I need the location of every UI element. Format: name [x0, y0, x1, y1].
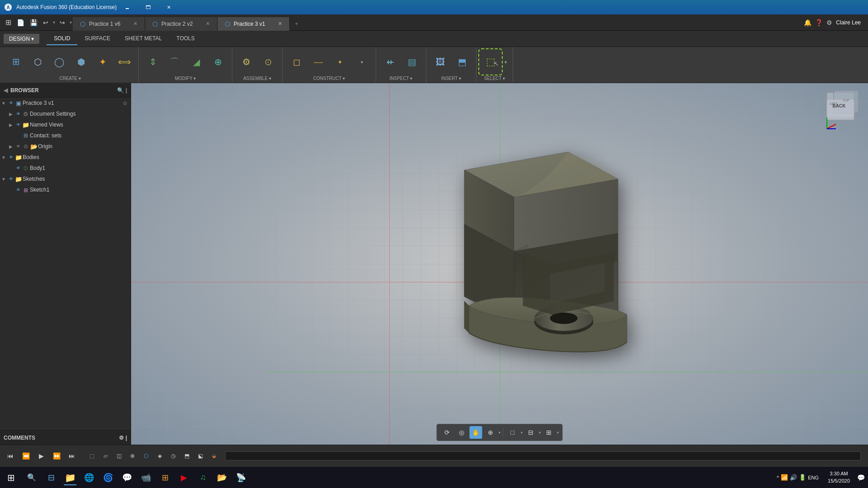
browser-search-icon[interactable]: 🔍: [117, 87, 124, 94]
snap-button[interactable]: ⊞: [542, 426, 555, 439]
bodies-expand-icon[interactable]: ▼: [0, 155, 7, 160]
named-views-vis-icon[interactable]: 👁: [14, 122, 22, 127]
notification-center-button[interactable]: 💬: [854, 467, 868, 488]
anim-tool-2[interactable]: ▱: [99, 450, 111, 462]
tree-item-contact-sets[interactable]: ▶ 👁 ⊞ Contact: sets: [0, 130, 131, 141]
close-button[interactable]: ✕: [158, 0, 179, 14]
tree-item-doc-settings[interactable]: ▶ 👁 ⚙ Document Settings: [0, 108, 131, 119]
tab-practice3[interactable]: ⬡ Practice 3 v1 ✕: [217, 17, 290, 31]
tray-battery-icon[interactable]: 🔋: [799, 474, 806, 481]
viewport[interactable]: BACK TOP LEFT ⟳ ◎ ✋ ⊕ ▾ □ ▾ ⊟ ▾ ⊞ ▾: [131, 83, 868, 445]
doc-settings-vis-icon[interactable]: 👁: [14, 112, 22, 116]
tree-item-origin[interactable]: ▶ 👁 ⊙ 📂 Origin: [0, 141, 131, 152]
minimize-button[interactable]: 🗕: [117, 0, 137, 14]
design-dropdown-button[interactable]: DESIGN ▾: [4, 34, 39, 44]
save-icon[interactable]: 💾: [28, 17, 39, 28]
assemble-group-label[interactable]: ASSEMBLE: [243, 76, 271, 81]
taskbar-task-view[interactable]: ⊟: [42, 468, 61, 487]
inspect-section-button[interactable]: ▤: [401, 50, 422, 74]
taskbar-app-folder[interactable]: 📂: [212, 468, 231, 487]
tree-item-body1[interactable]: ▶ 👁 ⬡ Body1: [0, 163, 131, 174]
modify-group-label[interactable]: MODIFY: [175, 76, 196, 81]
taskbar-app-zoom[interactable]: 📹: [137, 468, 156, 487]
create-more-button[interactable]: ✦: [92, 50, 113, 74]
grid-icon[interactable]: ⊞: [4, 16, 13, 28]
comments-expand-icon[interactable]: |: [126, 435, 127, 441]
tab-sheet-metal[interactable]: SHEET METAL: [118, 33, 169, 45]
select-box-button[interactable]: ⬚ ↖: [480, 50, 501, 74]
root-settings-icon[interactable]: ⊙: [123, 100, 127, 106]
anim-next-button[interactable]: ⏩: [50, 449, 63, 463]
user-name[interactable]: Claire Lee: [836, 19, 861, 26]
create-mirror-button[interactable]: ⟺: [114, 50, 135, 74]
display-mode-button[interactable]: □: [506, 426, 519, 439]
anim-tool-8[interactable]: ⬒: [181, 450, 193, 462]
doc-settings-expand-icon[interactable]: ▶: [7, 112, 14, 117]
tree-item-bodies[interactable]: ▼ 👁 📁 Bodies: [0, 152, 131, 163]
sidebar-collapse-button[interactable]: ◀: [4, 87, 8, 94]
restore-button[interactable]: 🗖: [137, 0, 158, 14]
construct-caret-button[interactable]: ▾: [351, 50, 372, 74]
construct-axis-button[interactable]: —: [308, 50, 329, 74]
body1-vis-icon[interactable]: 👁: [14, 166, 22, 170]
create-sweep-button[interactable]: ◯: [49, 50, 70, 74]
tab-solid[interactable]: SOLID: [47, 33, 77, 45]
pan-button[interactable]: ✋: [470, 426, 482, 439]
snap-caret[interactable]: ▾: [557, 431, 559, 435]
taskbar-app-windows[interactable]: ⊞: [156, 468, 175, 487]
zoom-button[interactable]: ⊕: [484, 426, 497, 439]
taskbar-app-edge[interactable]: 🌐: [80, 468, 99, 487]
anim-tool-3[interactable]: ◫: [113, 450, 125, 462]
tab-tools[interactable]: TOOLS: [169, 33, 202, 45]
inspect-measure-button[interactable]: ⇷: [380, 50, 401, 74]
origin-vis-icon[interactable]: 👁: [14, 144, 22, 149]
tree-item-sketch1[interactable]: ▶ 👁 ▦ Sketch1: [0, 184, 131, 195]
root-vis-icon[interactable]: 👁: [7, 101, 14, 105]
comments-settings-icon[interactable]: ⚙: [119, 435, 124, 441]
modify-chamfer-button[interactable]: ◢: [186, 50, 207, 74]
bodies-vis-icon[interactable]: 👁: [7, 155, 14, 160]
browser-pin-icon[interactable]: |: [126, 87, 127, 94]
tree-item-sketches[interactable]: ▼ 👁 📁 Sketches: [0, 174, 131, 184]
settings-icon[interactable]: ⚙: [826, 19, 832, 26]
taskbar-app-explorer[interactable]: 📁: [61, 468, 80, 487]
anim-tool-5[interactable]: ⬡: [140, 450, 152, 462]
tray-volume-icon[interactable]: 🔊: [790, 474, 797, 481]
redo-caret-icon[interactable]: ▾: [69, 19, 73, 26]
insert-group-label[interactable]: INSERT: [441, 76, 461, 81]
notifications-icon[interactable]: 🔔: [804, 19, 811, 26]
anim-play-button[interactable]: ▶: [34, 449, 48, 463]
insert-canvas-button[interactable]: 🖼: [430, 50, 451, 74]
taskbar-app-streamlabs[interactable]: 📡: [231, 468, 250, 487]
anim-tool-10[interactable]: ⬙: [208, 450, 220, 462]
assemble-joint-button[interactable]: ⚙: [236, 50, 257, 74]
anim-first-button[interactable]: ⏮: [4, 449, 17, 463]
anim-tool-4[interactable]: ⊕: [127, 450, 138, 462]
undo-caret-icon[interactable]: ▾: [52, 19, 56, 26]
sketches-expand-icon[interactable]: ▼: [0, 177, 7, 182]
taskbar-app-chrome[interactable]: 🌀: [99, 468, 118, 487]
display-caret[interactable]: ▾: [521, 431, 523, 435]
anim-prev-button[interactable]: ⏪: [19, 449, 33, 463]
tab-close-practice1[interactable]: ✕: [133, 21, 137, 27]
clock[interactable]: 3:30 AM 15/5/2020: [824, 470, 854, 484]
tree-item-named-views[interactable]: ▶ 👁 📁 Named Views: [0, 119, 131, 130]
create-revolve-button[interactable]: ⬡: [27, 50, 48, 74]
tab-surface[interactable]: SURFACE: [77, 33, 118, 45]
insert-decal-button[interactable]: ⬒: [452, 50, 472, 74]
create-group-label[interactable]: CREATE: [59, 76, 81, 81]
orbit-button[interactable]: ⟳: [441, 426, 453, 439]
modify-move-button[interactable]: ⊕: [208, 50, 228, 74]
root-expand-icon[interactable]: ▼: [0, 101, 7, 106]
help-icon[interactable]: ❓: [815, 19, 823, 26]
inspect-group-label[interactable]: INSPECT: [390, 76, 413, 81]
start-button[interactable]: ⊞: [0, 467, 22, 488]
select-caret-button[interactable]: ▾: [502, 50, 509, 74]
modify-fillet-button[interactable]: ⌒: [164, 50, 185, 74]
tab-practice2[interactable]: ⬡ Practice 2 v2 ✕: [145, 17, 217, 31]
anim-tool-1[interactable]: ⬚: [86, 450, 98, 462]
anim-tool-9[interactable]: ⬕: [194, 450, 206, 462]
create-loft-button[interactable]: ⬢: [71, 50, 91, 74]
sketches-vis-icon[interactable]: 👁: [7, 177, 14, 181]
nav-cube[interactable]: BACK TOP LEFT: [825, 90, 861, 127]
